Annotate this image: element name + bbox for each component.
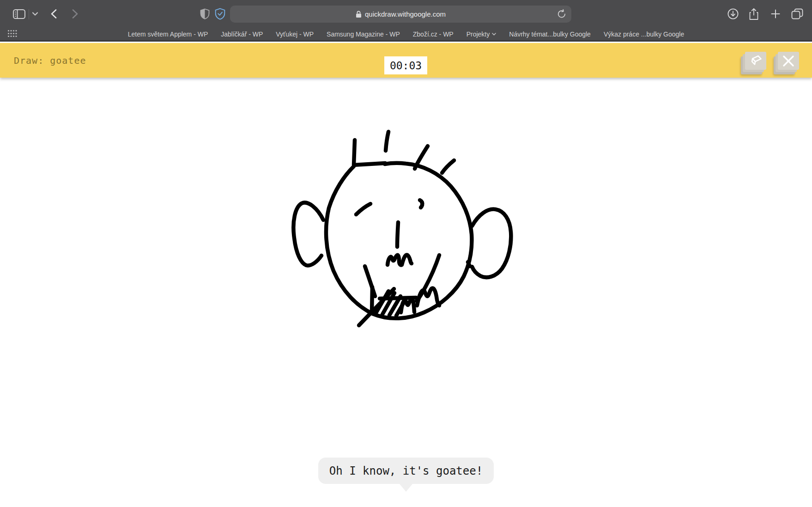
download-icon <box>727 8 739 19</box>
share-button[interactable] <box>747 0 761 28</box>
countdown-timer: 00:03 <box>384 56 427 74</box>
bookmark-letem-svetem-applem[interactable]: Letem světem Applem - WP <box>128 31 208 38</box>
toolbar-divider <box>29 9 29 19</box>
back-button[interactable] <box>46 0 61 28</box>
close-key-button[interactable] <box>778 52 799 70</box>
browser-toolbar: quickdraw.withgoogle.com <box>0 0 812 28</box>
shield-check-icon <box>215 8 225 20</box>
share-icon <box>749 8 759 20</box>
bookmark-label: Projekty <box>467 31 490 38</box>
bookmark-label: Letem světem Applem - WP <box>128 31 208 38</box>
bookmark-label: Vyťukej - WP <box>276 31 314 38</box>
new-tab-button[interactable] <box>769 0 782 28</box>
bookmark-zbozi-cz[interactable]: Zboží.cz - WP <box>413 31 454 38</box>
bookmark-jablickar[interactable]: Jablíčkář - WP <box>221 31 263 38</box>
reload-button[interactable] <box>557 9 566 19</box>
lock-icon <box>356 11 362 18</box>
downloads-button[interactable] <box>726 0 740 28</box>
sidebar-toggle-button[interactable] <box>11 0 27 28</box>
drawing-canvas[interactable] <box>277 116 536 337</box>
sidebar-menu-button[interactable] <box>30 0 40 28</box>
tabs-icon <box>791 8 803 19</box>
sidebar-icon <box>13 9 25 19</box>
forward-arrow-icon <box>72 9 78 18</box>
plus-icon <box>771 9 780 18</box>
adblock-extension-button[interactable] <box>212 0 227 28</box>
privacy-report-button[interactable] <box>198 0 212 28</box>
bookmark-vytukej[interactable]: Vyťukej - WP <box>276 31 314 38</box>
bookmark-label: Zboží.cz - WP <box>413 31 454 38</box>
quickdraw-header: Draw: goatee 00:03 <box>0 43 812 78</box>
forward-button[interactable] <box>67 0 82 28</box>
speech-bubble-tail <box>400 484 412 492</box>
favorites-grid-button[interactable] <box>7 30 18 37</box>
chevron-down-icon <box>492 33 496 36</box>
bookmark-navrhy-temat[interactable]: Návrhy témat...bulky Google <box>509 31 591 38</box>
grid-icon <box>7 30 18 37</box>
guess-text: Oh I know, it's goatee! <box>329 464 483 477</box>
chevron-down-icon <box>32 12 38 16</box>
close-icon <box>782 55 794 67</box>
bookmark-label: Návrhy témat...bulky Google <box>509 31 591 38</box>
bookmark-vykaz-prace[interactable]: Výkaz práce ...bulky Google <box>604 31 684 38</box>
address-bar-url: quickdraw.withgoogle.com <box>365 10 446 18</box>
draw-prompt: Draw: goatee <box>14 43 86 78</box>
tab-overview-button[interactable] <box>789 0 805 28</box>
guess-speech-bubble: Oh I know, it's goatee! <box>318 458 494 484</box>
browser-chrome: quickdraw.withgoogle.com <box>0 0 812 42</box>
bookmark-folder-projekty[interactable]: Projekty <box>467 31 497 38</box>
eraser-key-button[interactable] <box>745 52 766 70</box>
address-bar[interactable]: quickdraw.withgoogle.com <box>230 6 571 23</box>
reload-icon <box>557 9 566 19</box>
back-arrow-icon <box>51 9 57 18</box>
bookmark-label: Jablíčkář - WP <box>221 31 263 38</box>
bookmark-label: Výkaz práce ...bulky Google <box>604 31 684 38</box>
bookmarks-bar: Letem světem Applem - WP Jablíčkář - WP … <box>0 28 812 40</box>
bookmark-label: Samsung Magazine - WP <box>327 31 400 38</box>
bookmark-samsung-magazine[interactable]: Samsung Magazine - WP <box>327 31 400 38</box>
eraser-icon <box>749 55 763 67</box>
shield-half-icon <box>200 8 210 19</box>
